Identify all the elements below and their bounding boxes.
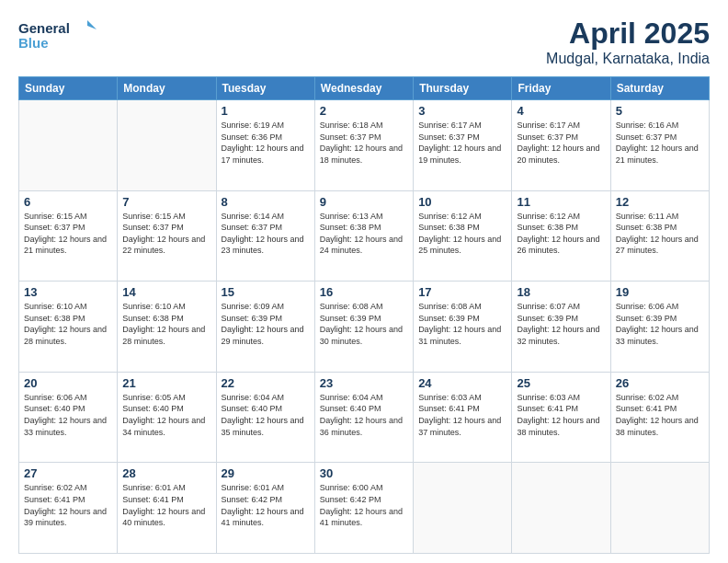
calendar-cell: 13Sunrise: 6:10 AM Sunset: 6:38 PM Dayli… <box>19 282 118 373</box>
day-info: Sunrise: 6:08 AM Sunset: 6:39 PM Dayligh… <box>320 301 408 347</box>
calendar-day-header: Monday <box>118 77 216 100</box>
calendar-cell: 15Sunrise: 6:09 AM Sunset: 6:39 PM Dayli… <box>216 282 314 373</box>
calendar-cell: 10Sunrise: 6:12 AM Sunset: 6:38 PM Dayli… <box>414 190 512 282</box>
day-number: 1 <box>222 104 310 118</box>
day-number: 28 <box>122 466 210 480</box>
day-number: 22 <box>222 376 310 390</box>
calendar-cell: 3Sunrise: 6:17 AM Sunset: 6:37 PM Daylig… <box>414 100 512 191</box>
logo: General Blue <box>18 17 101 61</box>
calendar-week-row: 27Sunrise: 6:02 AM Sunset: 6:41 PM Dayli… <box>19 463 710 554</box>
calendar-cell <box>512 463 610 554</box>
calendar-cell: 7Sunrise: 6:15 AM Sunset: 6:37 PM Daylig… <box>118 190 216 282</box>
calendar-day-header: Wednesday <box>314 77 413 100</box>
calendar-cell: 19Sunrise: 6:06 AM Sunset: 6:39 PM Dayli… <box>610 282 709 373</box>
logo-icon: General Blue <box>18 17 101 57</box>
calendar-cell <box>19 100 118 191</box>
svg-text:Blue: Blue <box>18 35 49 51</box>
calendar-cell: 2Sunrise: 6:18 AM Sunset: 6:37 PM Daylig… <box>314 100 413 191</box>
day-info: Sunrise: 6:04 AM Sunset: 6:40 PM Dayligh… <box>320 392 408 438</box>
calendar-cell: 18Sunrise: 6:07 AM Sunset: 6:39 PM Dayli… <box>512 282 610 373</box>
day-info: Sunrise: 6:10 AM Sunset: 6:38 PM Dayligh… <box>122 301 210 347</box>
day-number: 16 <box>320 285 408 299</box>
day-number: 12 <box>616 195 704 209</box>
calendar-day-header: Sunday <box>19 77 118 100</box>
day-info: Sunrise: 6:09 AM Sunset: 6:39 PM Dayligh… <box>222 301 310 347</box>
calendar-cell: 21Sunrise: 6:05 AM Sunset: 6:40 PM Dayli… <box>118 372 216 463</box>
day-number: 21 <box>122 376 210 390</box>
day-info: Sunrise: 6:06 AM Sunset: 6:40 PM Dayligh… <box>24 392 112 438</box>
calendar-cell <box>414 463 512 554</box>
day-info: Sunrise: 6:06 AM Sunset: 6:39 PM Dayligh… <box>616 301 704 347</box>
calendar-cell: 26Sunrise: 6:02 AM Sunset: 6:41 PM Dayli… <box>610 372 709 463</box>
calendar-cell: 9Sunrise: 6:13 AM Sunset: 6:38 PM Daylig… <box>314 190 413 282</box>
calendar-subtitle: Mudgal, Karnataka, India <box>546 51 710 67</box>
calendar-cell <box>118 100 216 191</box>
day-number: 9 <box>320 195 408 209</box>
day-info: Sunrise: 6:04 AM Sunset: 6:40 PM Dayligh… <box>222 392 310 438</box>
calendar-cell: 14Sunrise: 6:10 AM Sunset: 6:38 PM Dayli… <box>118 282 216 373</box>
calendar-cell: 1Sunrise: 6:19 AM Sunset: 6:36 PM Daylig… <box>216 100 314 191</box>
page: General Blue April 2025 Mudgal, Karnatak… <box>0 0 728 563</box>
day-number: 5 <box>616 104 704 118</box>
calendar-cell: 20Sunrise: 6:06 AM Sunset: 6:40 PM Dayli… <box>19 372 118 463</box>
day-number: 15 <box>222 285 310 299</box>
day-info: Sunrise: 6:12 AM Sunset: 6:38 PM Dayligh… <box>517 211 605 257</box>
day-info: Sunrise: 6:14 AM Sunset: 6:37 PM Dayligh… <box>222 211 310 257</box>
day-info: Sunrise: 6:00 AM Sunset: 6:42 PM Dayligh… <box>320 482 408 528</box>
calendar-cell: 29Sunrise: 6:01 AM Sunset: 6:42 PM Dayli… <box>216 463 314 554</box>
calendar-cell: 16Sunrise: 6:08 AM Sunset: 6:39 PM Dayli… <box>314 282 413 373</box>
calendar-cell: 30Sunrise: 6:00 AM Sunset: 6:42 PM Dayli… <box>314 463 413 554</box>
day-number: 3 <box>418 104 506 118</box>
calendar-week-row: 6Sunrise: 6:15 AM Sunset: 6:37 PM Daylig… <box>19 190 710 282</box>
day-number: 26 <box>616 376 704 390</box>
day-info: Sunrise: 6:17 AM Sunset: 6:37 PM Dayligh… <box>517 120 605 166</box>
day-info: Sunrise: 6:10 AM Sunset: 6:38 PM Dayligh… <box>24 301 112 347</box>
calendar-day-header: Friday <box>512 77 610 100</box>
svg-marker-1 <box>87 20 97 29</box>
calendar-week-row: 13Sunrise: 6:10 AM Sunset: 6:38 PM Dayli… <box>19 282 710 373</box>
day-info: Sunrise: 6:01 AM Sunset: 6:41 PM Dayligh… <box>122 482 210 528</box>
day-number: 25 <box>517 376 605 390</box>
day-number: 30 <box>320 466 408 480</box>
title-area: April 2025 Mudgal, Karnataka, India <box>546 17 710 67</box>
calendar-day-header: Tuesday <box>216 77 314 100</box>
day-number: 4 <box>517 104 605 118</box>
header: General Blue April 2025 Mudgal, Karnatak… <box>18 17 710 67</box>
calendar-cell: 11Sunrise: 6:12 AM Sunset: 6:38 PM Dayli… <box>512 190 610 282</box>
day-number: 24 <box>418 376 506 390</box>
calendar-cell: 6Sunrise: 6:15 AM Sunset: 6:37 PM Daylig… <box>19 190 118 282</box>
day-info: Sunrise: 6:15 AM Sunset: 6:37 PM Dayligh… <box>24 211 112 257</box>
calendar-header-row: SundayMondayTuesdayWednesdayThursdayFrid… <box>19 77 710 100</box>
svg-text:General: General <box>18 20 70 36</box>
calendar-cell: 12Sunrise: 6:11 AM Sunset: 6:38 PM Dayli… <box>610 190 709 282</box>
day-info: Sunrise: 6:02 AM Sunset: 6:41 PM Dayligh… <box>616 392 704 438</box>
calendar-cell: 28Sunrise: 6:01 AM Sunset: 6:41 PM Dayli… <box>118 463 216 554</box>
day-info: Sunrise: 6:11 AM Sunset: 6:38 PM Dayligh… <box>616 211 704 257</box>
calendar-cell: 23Sunrise: 6:04 AM Sunset: 6:40 PM Dayli… <box>314 372 413 463</box>
day-info: Sunrise: 6:15 AM Sunset: 6:37 PM Dayligh… <box>122 211 210 257</box>
day-info: Sunrise: 6:19 AM Sunset: 6:36 PM Dayligh… <box>222 120 310 166</box>
day-number: 19 <box>616 285 704 299</box>
day-info: Sunrise: 6:03 AM Sunset: 6:41 PM Dayligh… <box>517 392 605 438</box>
day-number: 17 <box>418 285 506 299</box>
calendar-cell: 25Sunrise: 6:03 AM Sunset: 6:41 PM Dayli… <box>512 372 610 463</box>
day-number: 29 <box>222 466 310 480</box>
day-info: Sunrise: 6:18 AM Sunset: 6:37 PM Dayligh… <box>320 120 408 166</box>
day-number: 20 <box>24 376 112 390</box>
day-info: Sunrise: 6:17 AM Sunset: 6:37 PM Dayligh… <box>418 120 506 166</box>
day-number: 13 <box>24 285 112 299</box>
calendar-cell: 8Sunrise: 6:14 AM Sunset: 6:37 PM Daylig… <box>216 190 314 282</box>
calendar-cell: 4Sunrise: 6:17 AM Sunset: 6:37 PM Daylig… <box>512 100 610 191</box>
day-number: 18 <box>517 285 605 299</box>
calendar-cell <box>610 463 709 554</box>
calendar-day-header: Thursday <box>414 77 512 100</box>
day-info: Sunrise: 6:05 AM Sunset: 6:40 PM Dayligh… <box>122 392 210 438</box>
day-info: Sunrise: 6:13 AM Sunset: 6:38 PM Dayligh… <box>320 211 408 257</box>
day-number: 10 <box>418 195 506 209</box>
day-info: Sunrise: 6:03 AM Sunset: 6:41 PM Dayligh… <box>418 392 506 438</box>
calendar-cell: 22Sunrise: 6:04 AM Sunset: 6:40 PM Dayli… <box>216 372 314 463</box>
day-number: 2 <box>320 104 408 118</box>
day-number: 6 <box>24 195 112 209</box>
day-number: 14 <box>122 285 210 299</box>
calendar-cell: 17Sunrise: 6:08 AM Sunset: 6:39 PM Dayli… <box>414 282 512 373</box>
